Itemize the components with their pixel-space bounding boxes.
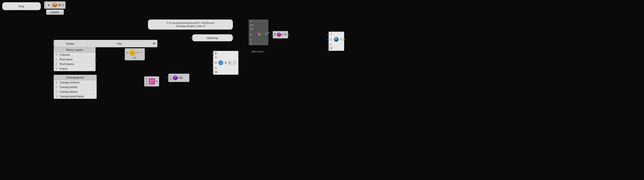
site-label: Site [87, 42, 152, 45]
s2-port-label: S [215, 67, 217, 70]
g-label: G [58, 4, 62, 7]
rhino-layers-left-port [52, 58, 54, 60]
update-button[interactable]: Update [46, 10, 64, 15]
svg-rect-11 [152, 82, 154, 83]
rhino-layers-title: Rhino Layers [54, 47, 95, 53]
k-label: K [146, 77, 147, 80]
walkway-right-port [232, 37, 234, 39]
filter-icon[interactable]: ▼ [139, 51, 143, 55]
rhino-layers-panel: Rhino Layers 0 Columns 1 Roof panel 2 Ro… [54, 47, 96, 71]
iit-g-icon-row: ⊞ G [44, 1, 66, 9]
model-site-left-port [52, 43, 54, 45]
sc-node: C N SC ↑ [168, 74, 190, 82]
model-label: Model [54, 42, 86, 45]
fpt-right-port [288, 34, 289, 36]
t2-label: T [330, 33, 332, 36]
c-label: C [170, 75, 172, 78]
l1-left-port [328, 38, 329, 41]
g-label-top: G [126, 51, 128, 54]
list-item: 0 Canopy-columns [54, 80, 96, 85]
model-site-right-port [157, 43, 158, 45]
s2-left-port [212, 67, 214, 69]
sub-left-port [52, 86, 54, 88]
l2-left-port [328, 43, 329, 46]
purple-cube-icon [172, 75, 178, 81]
h-left-port [328, 47, 329, 49]
sub-item-canopy-panel-frame: Canopy-panel-frame [60, 95, 84, 98]
layer-item-roof-panel: Roof panel [60, 58, 72, 61]
roof-panel-right-port [95, 58, 97, 60]
up-arrow-icon[interactable]: ↑ [233, 61, 236, 65]
c2-right-port [344, 38, 345, 41]
h-label: H [330, 47, 332, 50]
sub-item-canopy-columns: Canopy-columns [60, 81, 80, 84]
l2-label: L [330, 43, 332, 46]
svg-rect-8 [150, 79, 152, 81]
v-port-label: V [215, 56, 217, 59]
g-bee-node: G 🐝 G ▼ ⊞L [125, 48, 145, 60]
s1-left-port [212, 62, 214, 64]
office-floors-label: office floors... [248, 50, 268, 53]
file-path-input[interactable]: C:\ProgramData\Autodesk\RVT 2019\FamilyT… [148, 20, 233, 30]
b-left-port [212, 52, 214, 55]
svg-rect-9 [152, 79, 154, 81]
brep-input[interactable]: brep [2, 2, 41, 10]
b-port-label: B [215, 52, 217, 55]
p-label: P [282, 33, 284, 36]
kvs-node: K V S R [144, 76, 159, 86]
n-port-row: N F [249, 31, 268, 38]
brep-value: brep [18, 5, 24, 8]
model-site-bar: Model Site [54, 40, 158, 47]
list-item: 1 Roof panel [54, 57, 95, 62]
dropdown-arrow-icon[interactable] [153, 42, 156, 45]
colorful-cube-icon [256, 31, 262, 37]
m-port-label: M [215, 71, 217, 74]
walkway-input[interactable]: Walkway [192, 34, 233, 41]
svg-point-23 [334, 37, 338, 42]
f-label: F [265, 33, 267, 36]
list-label: ⊞L [133, 56, 136, 59]
sc-label: SC [179, 76, 183, 79]
subcategories-panel: Subcategories 0 Canopy-columns 1 Canopy-… [54, 75, 97, 99]
layer-item-roof-beams: Roof beams [60, 63, 74, 66]
t2-left-port [328, 33, 329, 35]
tllhc-node: T L C L H [328, 32, 344, 51]
svg-rect-10 [150, 82, 152, 83]
right-port-icon [62, 4, 64, 6]
walkway-left-port [191, 37, 193, 39]
iit-icon: ⊞ [46, 2, 52, 8]
list-item: 1 Canopy-panels [54, 85, 96, 90]
sc-arrow-icon[interactable]: ↑ [184, 76, 188, 80]
list-item: 3 Canopy-panel-frame [54, 94, 96, 99]
r-label: R [156, 80, 158, 83]
bee-icon: 🐝 [129, 49, 136, 56]
canopy-panels-right-port [96, 86, 98, 88]
sphere-icon [218, 60, 224, 66]
kvs-icon [149, 78, 155, 84]
b-inner-label: B [225, 61, 226, 64]
list-item: 3 Frame [54, 67, 95, 71]
v-label: V [146, 80, 147, 83]
of-port: OF [249, 24, 268, 27]
color-sphere-icon [333, 37, 339, 42]
p-cube-icon [276, 32, 282, 37]
walkway-value: Walkway [207, 36, 218, 40]
t-label: T [285, 33, 286, 36]
s-label: S [146, 83, 147, 85]
sub-item-canopy-panels: Canopy-panels [60, 86, 78, 89]
layer-item-frame: Frame [60, 67, 67, 70]
c-port: C [249, 38, 268, 42]
filter2-icon[interactable]: ▼ [228, 61, 231, 65]
t-port: T [249, 20, 268, 24]
bvssm-node: B V S B ▼ ↑ S [213, 51, 238, 75]
n-label: N [170, 78, 172, 81]
m-left-port [212, 71, 214, 73]
list-item: 2 Canopy-beams [54, 90, 96, 94]
layer-item-columns: Columns [60, 53, 70, 56]
svg-point-12 [218, 61, 223, 65]
g-port: G [249, 42, 268, 45]
sc-left-port [167, 77, 169, 79]
fpt-node: F P T [273, 31, 288, 39]
orange-cube-icon [52, 2, 58, 8]
file-path-value: C:\ProgramData\Autodesk\RVT 2019\FamilyT… [166, 22, 214, 28]
